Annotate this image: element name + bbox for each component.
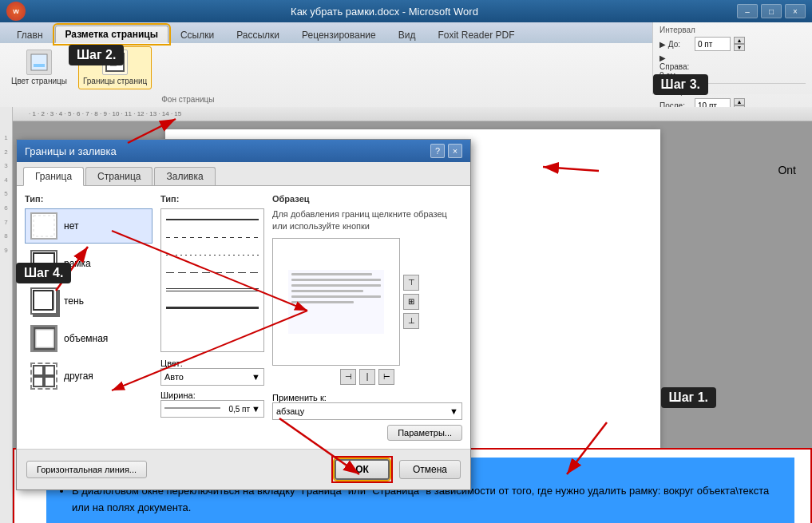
preview-lines bbox=[288, 270, 384, 310]
preview-line-6 bbox=[291, 301, 354, 303]
ribbon-group-label: Фон страницы bbox=[161, 95, 214, 104]
page-color-label: Цвет страницы bbox=[11, 77, 67, 86]
preview-middle-border-btn[interactable]: ⊞ bbox=[403, 294, 419, 310]
preview-line-1 bbox=[291, 273, 372, 275]
cancel-button[interactable]: Отмена bbox=[399, 460, 461, 479]
tab-vid[interactable]: Вид bbox=[388, 26, 426, 43]
dialog-borders-fill[interactable]: Границы и заливка ? × Граница Страница З… bbox=[16, 139, 471, 490]
border-type-druga[interactable]: другая bbox=[25, 359, 152, 394]
thick-line bbox=[166, 307, 259, 309]
svg-rect-13 bbox=[45, 366, 54, 375]
preview-left-border-btn[interactable]: ⊣ bbox=[340, 369, 356, 385]
office-button[interactable]: W bbox=[6, 2, 26, 21]
ruler-numbers: 123456789 bbox=[4, 131, 7, 257]
line-long-dash[interactable] bbox=[163, 263, 262, 281]
after-up[interactable]: ▲ bbox=[734, 98, 745, 105]
width-label: Ширина: bbox=[160, 390, 196, 400]
preview-right-border-btn[interactable]: ⊢ bbox=[378, 369, 394, 385]
ok-button[interactable]: ОК bbox=[335, 459, 390, 480]
tab-recenz[interactable]: Рецензирование bbox=[291, 26, 386, 43]
tab-foxit[interactable]: Foxit Reader PDF bbox=[427, 26, 525, 43]
none-border-label: нет bbox=[64, 220, 78, 232]
other-border-label: другая bbox=[64, 370, 93, 382]
line-double[interactable] bbox=[163, 281, 262, 299]
shag1-label: Шаг 1. bbox=[661, 387, 716, 408]
shag1-badge: Шаг 1. bbox=[661, 387, 716, 408]
tab-ssylki[interactable]: Ссылки bbox=[170, 26, 224, 43]
width-dropdown[interactable]: 0,5 пт ▼ bbox=[160, 400, 264, 418]
preview-line-2 bbox=[291, 279, 381, 281]
tab-rassylki[interactable]: Рассылки bbox=[226, 26, 290, 43]
preview-center-border-btn[interactable]: | bbox=[359, 369, 375, 385]
color-value: Авто bbox=[164, 372, 184, 382]
close-button[interactable]: × bbox=[785, 4, 806, 18]
preview-line-5 bbox=[291, 295, 381, 298]
dialog-title: Границы и заливка bbox=[25, 145, 117, 157]
tab-glavnaya[interactable]: Главн bbox=[6, 26, 53, 43]
border-type-net[interactable]: нет bbox=[25, 208, 152, 244]
apply-dropdown[interactable]: абзацу ▼ bbox=[272, 402, 462, 420]
dialog-tabs: Граница Страница Заливка bbox=[17, 162, 470, 186]
3d-border-label: объемная bbox=[64, 333, 108, 344]
preview-top-border-btn[interactable]: ⊤ bbox=[403, 275, 419, 291]
dialog-body: Тип: нет рамка bbox=[17, 186, 470, 449]
preview-instructions: Для добавления границ щелкните образец и… bbox=[272, 208, 462, 233]
tab-razmetka[interactable]: Разметка страницы bbox=[55, 26, 168, 43]
top-ruler: · 1 · 2 · 3 · 4 · 5 · 6 · 7 · 8 · 9 · 10… bbox=[13, 107, 812, 121]
border-type-obem[interactable]: объемная bbox=[25, 321, 152, 356]
line-type-list[interactable] bbox=[160, 208, 264, 352]
shag2-badge: Шаг 2. bbox=[69, 45, 124, 65]
before-down[interactable]: ▼ bbox=[734, 44, 745, 51]
svg-rect-9 bbox=[34, 291, 53, 310]
shag3-label: Шаг 3. bbox=[653, 74, 708, 95]
before-input[interactable] bbox=[695, 37, 731, 51]
page-color-button[interactable]: Цвет страницы bbox=[6, 46, 72, 89]
apply-value: абзацу bbox=[276, 406, 450, 416]
solid-line bbox=[166, 219, 259, 220]
shag3-badge: Шаг 3. bbox=[653, 74, 708, 95]
before-spin[interactable]: ▲ ▼ bbox=[734, 37, 745, 51]
width-row: Ширина: bbox=[160, 390, 264, 400]
dialog-right-panel: Образец Для добавления границ щелкните о… bbox=[272, 194, 462, 441]
dialog-titlebar: Границы и заливка ? × bbox=[17, 140, 470, 162]
line-thick[interactable] bbox=[163, 299, 262, 316]
dashed-line bbox=[166, 237, 259, 238]
dialog-tab-granica[interactable]: Граница bbox=[23, 167, 84, 186]
svg-rect-11 bbox=[36, 330, 53, 347]
type-label2: Тип: bbox=[160, 194, 264, 204]
before-label: ▶ До: bbox=[660, 40, 691, 49]
preview-content bbox=[288, 270, 384, 334]
long-dash-line bbox=[166, 272, 259, 273]
interval-label: Интервал bbox=[660, 26, 806, 34]
width-value: 0,5 пт bbox=[228, 405, 250, 414]
color-dropdown[interactable]: Авто ▼ bbox=[160, 368, 264, 386]
preview-bottom-border-btn[interactable]: ⊥ bbox=[403, 313, 419, 329]
apply-label: Применить к: bbox=[272, 393, 327, 402]
shadow-border-label: тень bbox=[64, 295, 84, 307]
svg-rect-14 bbox=[34, 377, 43, 386]
dialog-help-btn[interactable]: ? bbox=[430, 144, 445, 158]
line-dashed[interactable] bbox=[163, 228, 262, 246]
border-type-ten[interactable]: тень bbox=[25, 283, 152, 319]
line-solid[interactable] bbox=[163, 211, 262, 228]
dialog-close-btn[interactable]: × bbox=[448, 144, 462, 158]
width-dropdown-arrow: ▼ bbox=[252, 404, 260, 414]
minimize-button[interactable]: – bbox=[737, 4, 758, 18]
type-label: Тип: bbox=[25, 194, 152, 204]
ribbon-area: Главн Разметка страницы Ссылки Рассылки … bbox=[0, 22, 812, 107]
params-button[interactable]: Параметры... bbox=[387, 425, 462, 441]
interval-before-row: ▶ До: ▲ ▼ bbox=[660, 37, 806, 51]
page-borders-label: Границы страниц bbox=[83, 77, 147, 86]
color-label: Цвет: bbox=[160, 359, 183, 368]
maximize-button[interactable]: □ bbox=[761, 4, 782, 18]
dialog-tab-zalivka[interactable]: Заливка bbox=[154, 167, 215, 185]
horiz-line-button[interactable]: Горизонтальная линия... bbox=[26, 461, 147, 478]
other-border-icon bbox=[30, 363, 57, 390]
3d-border-icon bbox=[30, 325, 57, 352]
ont-text: Ont bbox=[778, 164, 796, 176]
dialog-tab-stranica[interactable]: Страница bbox=[85, 167, 152, 185]
shag4-badge: Шаг 4. bbox=[16, 263, 71, 283]
before-up[interactable]: ▲ bbox=[734, 37, 745, 44]
ok-highlight-box: ОК bbox=[331, 456, 393, 483]
line-dotted[interactable] bbox=[163, 246, 262, 263]
